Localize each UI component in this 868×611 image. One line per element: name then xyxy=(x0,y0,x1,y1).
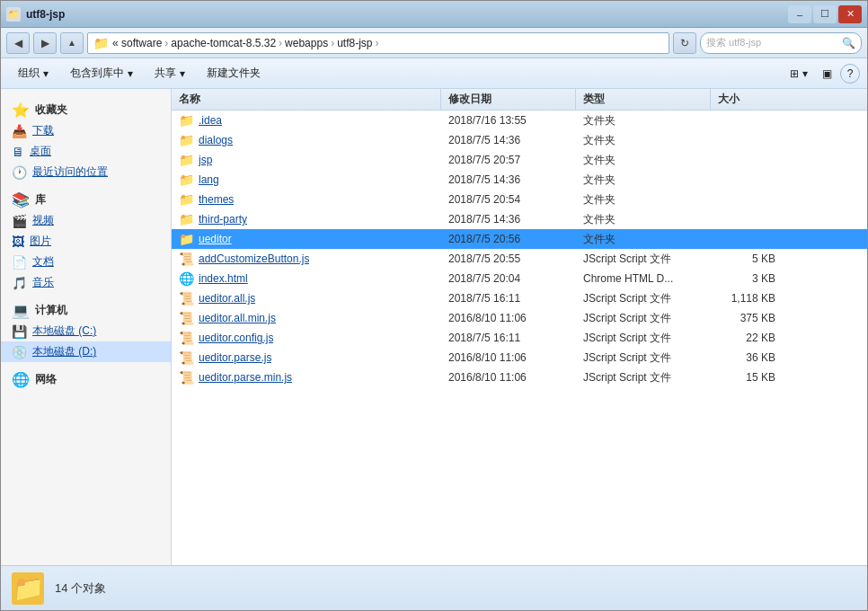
file-cell-size-dialogs xyxy=(711,130,783,150)
file-cell-type-index-html: Chrome HTML D... xyxy=(576,269,711,288)
sidebar-item-video[interactable]: 🎬 视频 xyxy=(1,210,171,231)
col-header-type[interactable]: 类型 xyxy=(576,89,711,111)
sidebar-item-music[interactable]: 🎵 音乐 xyxy=(1,272,171,293)
file-cell-size-ueditor-parse-min-js: 15 KB xyxy=(711,367,783,387)
downloads-icon: 📥 xyxy=(12,124,27,138)
desktop-icon: 🖥 xyxy=(12,145,24,159)
file-row-idea[interactable]: 📁 .idea 2018/7/16 13:55 文件夹 xyxy=(172,111,867,130)
file-cell-type-themes: 文件夹 xyxy=(576,190,711,209)
col-header-size[interactable]: 大小 xyxy=(711,89,783,111)
file-row-ueditor-all-js[interactable]: 📜 ueditor.all.js 2018/7/5 16:11 JScript … xyxy=(172,288,867,308)
address-path-box[interactable]: 📁 « software › apache-tomcat-8.5.32 › we… xyxy=(87,32,669,54)
minimize-button[interactable]: – xyxy=(788,5,811,23)
search-box[interactable]: 搜索 utf8-jsp 🔍 xyxy=(700,32,862,54)
file-cell-type-lang: 文件夹 xyxy=(576,170,711,190)
explorer-window: 📁 utf8-jsp – ☐ ✕ ◀ ▶ ▲ 📁 « software › ap… xyxy=(0,0,868,611)
computer-section: 💻 计算机 💾 本地磁盘 (C:) 💿 本地磁盘 (D:) xyxy=(1,297,171,362)
help-button[interactable]: ? xyxy=(840,64,860,84)
col-header-name[interactable]: 名称 xyxy=(172,89,441,111)
file-row-dialogs[interactable]: 📁 dialogs 2018/7/5 14:36 文件夹 xyxy=(172,130,867,150)
organize-label: 组织 xyxy=(18,66,40,81)
add-to-library-label: 包含到库中 xyxy=(70,66,124,81)
file-row-jsp[interactable]: 📁 jsp 2018/7/5 20:57 文件夹 xyxy=(172,150,867,170)
share-label: 共享 xyxy=(155,66,176,81)
path-sep-2: › xyxy=(279,37,282,49)
window-title: utf8-jsp xyxy=(26,8,788,21)
file-name-text-themes: themes xyxy=(199,193,234,206)
network-icon: 🌐 xyxy=(12,371,30,388)
organize-button[interactable]: 组织 ▾ xyxy=(8,62,58,85)
view-toggle-button[interactable]: ⊞ ▾ xyxy=(784,62,814,85)
sidebar-item-pictures[interactable]: 🖼 图片 xyxy=(1,231,171,252)
share-button[interactable]: 共享 ▾ xyxy=(145,62,195,85)
sidebar-item-desktop[interactable]: 🖥 桌面 xyxy=(1,141,171,162)
file-icon-ueditor-parse-min-js: 📜 xyxy=(179,370,194,385)
file-name-text-ueditor-config-js: ueditor.config.js xyxy=(199,332,273,344)
file-name-text-lang: lang xyxy=(199,173,219,186)
file-cell-date-addCustomizeButton: 2018/7/5 20:55 xyxy=(441,249,576,269)
file-name-text-ueditor-parse-js: ueditor.parse.js xyxy=(199,351,271,364)
search-placeholder: 搜索 utf8-jsp xyxy=(706,36,838,49)
refresh-button[interactable]: ↻ xyxy=(673,32,696,54)
view-icon: ⊞ xyxy=(790,67,799,80)
file-cell-type-ueditor-config-js: JScript Script 文件 xyxy=(576,328,711,348)
file-row-addCustomizeButton[interactable]: 📜 addCustomizeButton.js 2018/7/5 20:55 J… xyxy=(172,249,867,269)
file-cell-size-idea xyxy=(711,111,783,130)
file-row-ueditor[interactable]: 📁 ueditor 2018/7/5 20:56 文件夹 xyxy=(172,229,867,249)
file-cell-type-ueditor-all-min-js: JScript Script 文件 xyxy=(576,308,711,328)
library-header: 📚 库 xyxy=(1,186,171,210)
file-cell-date-idea: 2018/7/16 13:55 xyxy=(441,111,576,130)
add-to-library-dropdown-icon: ▾ xyxy=(128,67,133,80)
col-header-date[interactable]: 修改日期 xyxy=(441,89,576,111)
file-name-text-third-party: third-party xyxy=(199,213,247,226)
file-area: 名称 修改日期 类型 大小 📁 .idea 2018/7/16 13:55 文件… xyxy=(172,89,867,565)
desktop-label: 桌面 xyxy=(30,144,51,159)
sidebar-item-local-c[interactable]: 💾 本地磁盘 (C:) xyxy=(1,321,171,341)
address-bar: ◀ ▶ ▲ 📁 « software › apache-tomcat-8.5.3… xyxy=(1,28,867,58)
file-cell-date-dialogs: 2018/7/5 14:36 xyxy=(441,130,576,150)
new-folder-button[interactable]: 新建文件夹 xyxy=(197,62,270,85)
file-row-ueditor-all-min-js[interactable]: 📜 ueditor.all.min.js 2016/8/10 11:06 JSc… xyxy=(172,308,867,328)
sidebar-item-local-d[interactable]: 💿 本地磁盘 (D:) xyxy=(1,341,171,362)
forward-button[interactable]: ▶ xyxy=(33,32,57,54)
file-cell-size-ueditor-all-min-js: 375 KB xyxy=(711,308,783,328)
file-row-third-party[interactable]: 📁 third-party 2018/7/5 14:36 文件夹 xyxy=(172,209,867,229)
pane-button[interactable]: ▣ xyxy=(816,62,838,85)
file-row-ueditor-config-js[interactable]: 📜 ueditor.config.js 2018/7/5 16:11 JScri… xyxy=(172,328,867,348)
file-row-ueditor-parse-min-js[interactable]: 📜 ueditor.parse.min.js 2016/8/10 11:06 J… xyxy=(172,367,867,387)
documents-label: 文档 xyxy=(32,254,54,270)
file-name-text-ueditor: ueditor xyxy=(199,233,232,245)
file-icon-jsp: 📁 xyxy=(179,153,194,167)
file-icon-themes: 📁 xyxy=(179,192,194,207)
file-cell-date-third-party: 2018/7/5 14:36 xyxy=(441,209,576,229)
back-button[interactable]: ◀ xyxy=(6,32,30,54)
file-cell-name-ueditor-config-js: 📜 ueditor.config.js xyxy=(172,328,441,348)
close-button[interactable]: ✕ xyxy=(838,5,862,23)
file-icon-dialogs: 📁 xyxy=(179,133,194,147)
sidebar-item-documents[interactable]: 📄 文档 xyxy=(1,252,171,272)
file-row-ueditor-parse-js[interactable]: 📜 ueditor.parse.js 2016/8/10 11:06 JScri… xyxy=(172,348,867,367)
sidebar-item-recent[interactable]: 🕐 最近访问的位置 xyxy=(1,162,171,182)
computer-header: 💻 计算机 xyxy=(1,297,171,321)
path-folder-icon: 📁 xyxy=(93,36,109,50)
title-bar: 📁 utf8-jsp – ☐ ✕ xyxy=(1,1,867,28)
sidebar-item-downloads[interactable]: 📥 下载 xyxy=(1,120,171,141)
file-row-themes[interactable]: 📁 themes 2018/7/5 20:54 文件夹 xyxy=(172,190,867,209)
file-cell-size-ueditor-all-js: 1,118 KB xyxy=(711,288,783,308)
recent-icon: 🕐 xyxy=(12,165,27,180)
file-name-text-jsp: jsp xyxy=(199,154,212,166)
maximize-button[interactable]: ☐ xyxy=(813,5,837,23)
search-icon[interactable]: 🔍 xyxy=(842,37,855,49)
file-cell-type-addCustomizeButton: JScript Script 文件 xyxy=(576,249,711,269)
file-cell-type-ueditor-parse-min-js: JScript Script 文件 xyxy=(576,367,711,387)
path-sep-4: › xyxy=(376,37,379,49)
file-row-index-html[interactable]: 🌐 index.html 2018/7/5 20:04 Chrome HTML … xyxy=(172,269,867,288)
organize-dropdown-icon: ▾ xyxy=(43,67,49,80)
up-button[interactable]: ▲ xyxy=(60,32,84,54)
pictures-icon: 🖼 xyxy=(12,235,24,249)
path-sep-1: › xyxy=(164,37,168,49)
file-row-lang[interactable]: 📁 lang 2018/7/5 14:36 文件夹 xyxy=(172,170,867,190)
add-to-library-button[interactable]: 包含到库中 ▾ xyxy=(60,62,143,85)
favorites-label: 收藏夹 xyxy=(35,102,67,118)
file-cell-type-idea: 文件夹 xyxy=(576,111,711,130)
